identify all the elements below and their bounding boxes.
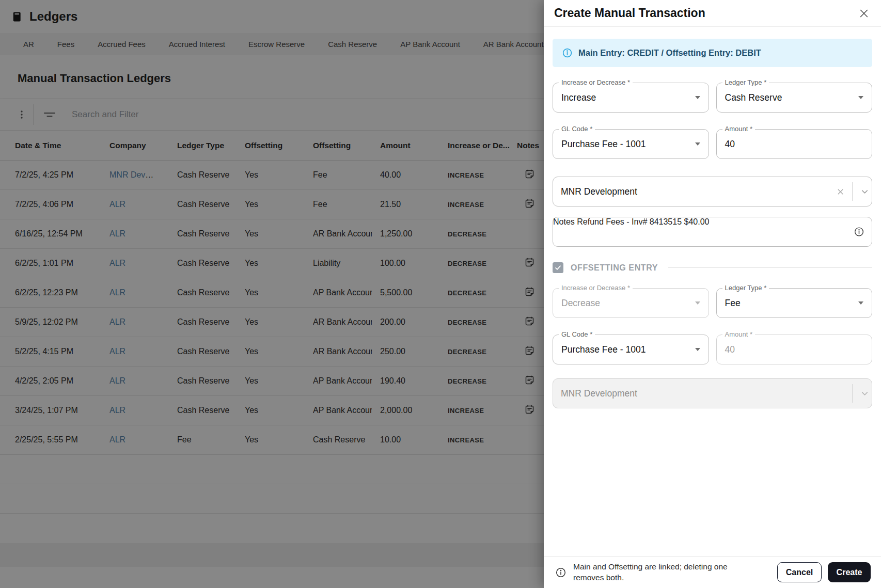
notes-field[interactable]: Notes Refund Fees - Inv# 8413515 $40.00: [553, 217, 872, 247]
caret-down-icon: [695, 142, 700, 146]
create-transaction-modal: Create Manual Transaction Main Entry: CR…: [544, 0, 881, 588]
field-value: 40: [725, 344, 735, 355]
field-label: Increase or Decrease *: [559, 284, 633, 292]
offsetting-divider: [668, 267, 872, 268]
field-label: Increase or Decrease *: [559, 78, 633, 86]
combo-divider: [852, 182, 853, 201]
offsetting-ledger-type-select[interactable]: Ledger Type * Fee: [716, 288, 873, 318]
chevron-down-icon[interactable]: [858, 187, 872, 197]
caret-down-icon: [858, 301, 863, 305]
field-value: Decrease: [561, 298, 600, 309]
amount-field[interactable]: Amount * 40: [716, 129, 873, 159]
banner-text: Main Entry: CREDIT / Offsetting Entry: D…: [578, 48, 761, 58]
increase-or-decrease-select[interactable]: Increase or Decrease * Increase: [553, 83, 709, 113]
field-label: Ledger Type *: [722, 78, 769, 86]
offsetting-amount-field: Amount * 40: [716, 335, 873, 364]
footer-info-text: Main and Offsetting are linked; deleting…: [573, 562, 759, 582]
caret-down-icon: [695, 348, 700, 351]
caret-down-icon: [695, 301, 700, 305]
field-value: Fee: [725, 298, 741, 309]
main-entry-form: Increase or Decrease * Increase Ledger T…: [553, 83, 872, 159]
company-value: MNR Development: [553, 186, 834, 197]
clear-icon[interactable]: [834, 187, 847, 196]
offsetting-entry-checkbox[interactable]: [553, 262, 563, 273]
field-value: Purchase Fee - 1001: [561, 139, 646, 150]
modal-body: Main Entry: CREDIT / Offsetting Entry: D…: [544, 27, 881, 408]
field-label: Amount *: [722, 125, 755, 133]
company-select[interactable]: MNR Development: [553, 177, 872, 206]
info-icon: [555, 567, 567, 578]
offsetting-company-select: MNR Development: [553, 378, 872, 408]
modal-header: Create Manual Transaction: [544, 0, 881, 27]
field-value: 40: [725, 139, 735, 150]
offsetting-entry-form: Increase or Decrease * Decrease Ledger T…: [553, 288, 872, 364]
offsetting-entry-heading: OFFSETTING ENTRY: [571, 263, 658, 273]
field-label: Ledger Type *: [722, 284, 769, 292]
field-label: Amount *: [722, 330, 755, 338]
combo-divider: [852, 384, 853, 403]
chevron-down-icon: [858, 389, 872, 399]
info-icon: [562, 47, 573, 58]
modal-footer: Main and Offsetting are linked; deleting…: [544, 556, 881, 588]
cancel-button[interactable]: Cancel: [777, 562, 822, 582]
field-value: Purchase Fee - 1001: [561, 344, 646, 355]
field-label: Notes: [553, 217, 575, 226]
create-button[interactable]: Create: [828, 562, 871, 582]
linked-entries-note: Main and Offsetting are linked; deleting…: [555, 562, 771, 582]
field-label: GL Code *: [559, 125, 595, 133]
ledger-type-select[interactable]: Ledger Type * Cash Reserve: [716, 83, 873, 113]
field-value: Cash Reserve: [725, 92, 782, 103]
modal-title: Create Manual Transaction: [554, 6, 705, 20]
gl-code-select[interactable]: GL Code * Purchase Fee - 1001: [553, 129, 709, 159]
field-value: Increase: [561, 92, 596, 103]
close-icon[interactable]: [858, 8, 870, 19]
offsetting-increase-or-decrease-select: Increase or Decrease * Decrease: [553, 288, 709, 318]
offsetting-entry-header: OFFSETTING ENTRY: [553, 262, 872, 273]
field-label: GL Code *: [559, 330, 595, 338]
field-value: Refund Fees - Inv# 8413515 $40.00: [577, 217, 709, 226]
offsetting-gl-code-select[interactable]: GL Code * Purchase Fee - 1001: [553, 335, 709, 364]
entry-info-banner: Main Entry: CREDIT / Offsetting Entry: D…: [553, 39, 872, 67]
company-value: MNR Development: [553, 388, 847, 399]
info-icon[interactable]: [854, 227, 864, 237]
caret-down-icon: [695, 96, 700, 99]
caret-down-icon: [858, 96, 863, 99]
